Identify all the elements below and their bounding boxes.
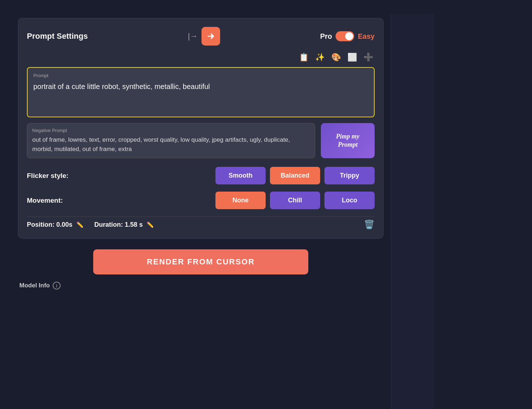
- duration-edit-icon[interactable]: ✏️: [147, 222, 154, 228]
- prompt-label: Prompt: [33, 73, 368, 78]
- prompt-settings-card: Prompt Settings |→ Pro: [18, 18, 384, 239]
- flicker-balanced-button[interactable]: Balanced: [270, 167, 320, 184]
- pimp-btn-label: Pimp myPrompt: [336, 132, 360, 149]
- negative-prompt-text: out of frame, lowres, text, error, cropp…: [32, 135, 310, 154]
- page-title: Prompt Settings: [27, 32, 88, 41]
- movement-row: Movement: None Chill Loco: [27, 192, 375, 209]
- model-info-label: Model Info: [19, 282, 50, 289]
- toolbar-icons: 📋 ✨ 🎨 ⬜ ➕: [27, 53, 375, 62]
- pro-easy-toggle[interactable]: [336, 31, 354, 41]
- movement-loco-button[interactable]: Loco: [324, 192, 375, 209]
- flicker-style-label: Flicker style:: [27, 172, 84, 180]
- trash-icon: 🗑️: [364, 220, 375, 229]
- magic-wand-icon[interactable]: ✨: [315, 53, 325, 62]
- movement-label: Movement:: [27, 197, 84, 204]
- flicker-trippy-button[interactable]: Trippy: [324, 167, 375, 184]
- movement-buttons: None Chill Loco: [215, 192, 375, 209]
- model-info-row: Model Info i: [18, 282, 384, 290]
- movement-chill-button[interactable]: Chill: [270, 192, 320, 209]
- delete-button[interactable]: 🗑️: [364, 220, 375, 230]
- prompt-area[interactable]: Prompt portrait of a cute little robot, …: [27, 67, 375, 117]
- pimp-my-prompt-button[interactable]: Pimp myPrompt: [321, 123, 375, 158]
- negative-prompt-label: Negative Prompt: [32, 128, 310, 133]
- add-frame-icon[interactable]: ➕: [364, 53, 373, 62]
- render-btn-container: RENDER FROM CURSOR: [18, 249, 384, 274]
- negative-prompt-row: Negative Prompt out of frame, lowres, te…: [27, 123, 375, 158]
- card-header: Prompt Settings |→ Pro: [27, 27, 375, 46]
- forward-icon: [206, 32, 215, 41]
- negative-prompt-area[interactable]: Negative Prompt out of frame, lowres, te…: [27, 123, 315, 158]
- duration-label: Duration: 1.58 s ✏️: [94, 221, 154, 229]
- prompt-text: portrait of a cute little robot, synthet…: [33, 81, 368, 92]
- render-from-cursor-button[interactable]: RENDER FROM CURSOR: [93, 249, 308, 274]
- flicker-style-row: Flicker style: Smooth Balanced Trippy: [27, 167, 375, 184]
- position-duration-row: Position: 0.00s ✏️ Duration: 1.58 s ✏️ 🗑…: [27, 216, 375, 230]
- position-edit-icon[interactable]: ✏️: [76, 222, 84, 228]
- flicker-smooth-button[interactable]: Smooth: [215, 167, 266, 184]
- pipe-arrow-icon: |→: [188, 32, 198, 41]
- easy-label: Easy: [358, 32, 375, 41]
- movement-none-button[interactable]: None: [215, 192, 266, 209]
- toggle-knob: [345, 32, 353, 40]
- right-panel: [391, 14, 434, 409]
- forward-button[interactable]: [201, 27, 220, 46]
- model-info-icon[interactable]: i: [53, 282, 61, 290]
- pro-label: Pro: [320, 32, 332, 41]
- clipboard-icon[interactable]: 📋: [299, 53, 309, 62]
- header-right: Pro Easy: [320, 31, 375, 41]
- flicker-style-buttons: Smooth Balanced Trippy: [215, 167, 375, 184]
- palette-icon[interactable]: 🎨: [331, 53, 341, 62]
- header-center: |→: [188, 27, 220, 46]
- frame-icon[interactable]: ⬜: [347, 53, 357, 62]
- position-label: Position: 0.00s ✏️: [27, 221, 84, 229]
